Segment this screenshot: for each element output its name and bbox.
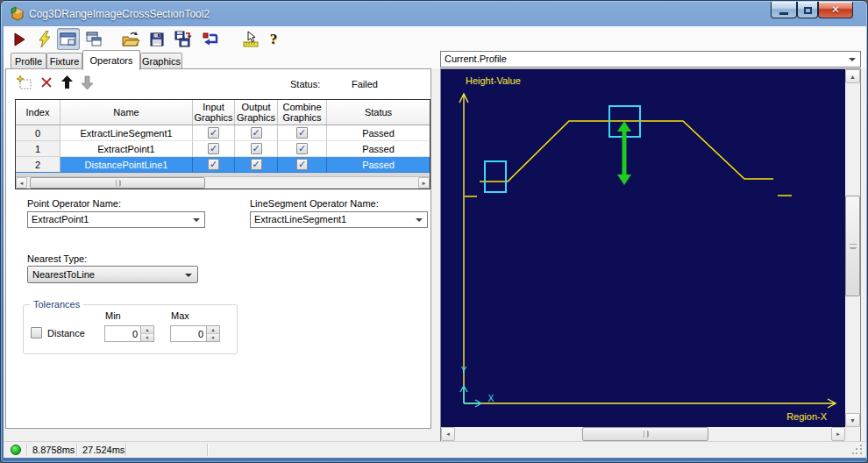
close-button[interactable]: ✕ [818,2,853,18]
table-row-selected[interactable]: 2 DistancePointLine1 Passed [16,157,430,173]
tab-profile[interactable]: Profile [11,53,46,69]
reset-icon [202,31,219,48]
input-graphics-checkbox[interactable] [208,143,219,154]
record-selector-combobox[interactable]: Current.Profile [440,51,861,68]
spin-down-icon[interactable]: ▼ [207,334,219,341]
title-bar[interactable]: Cog3DRangeImageCrossSectionTool2 ✕ [2,2,866,26]
maximize-icon [804,7,812,14]
scroll-thumb[interactable] [582,427,708,441]
nearest-type-combobox[interactable]: NearestToLine [27,266,198,283]
input-graphics-checkbox[interactable] [208,159,219,170]
scroll-down-arrow[interactable]: ▼ [845,413,860,427]
move-operator-up-button[interactable] [60,75,74,89]
tolerances-caption: Tolerances [30,299,83,310]
origin-y-label: Y [461,366,467,375]
open-button[interactable] [121,30,140,49]
separator [125,444,126,456]
max-label: Max [171,310,189,321]
thumb-grip [116,180,120,187]
table-horizontal-scrollbar[interactable]: ◂ ▸ [16,177,430,189]
profile-plot-svg: Height-Value Region-X Y X [441,69,845,427]
profile-display-frame: Height-Value Region-X Y X ▲ ▼ [440,68,861,442]
move-operator-down-button[interactable] [80,75,94,89]
output-graphics-checkbox[interactable] [251,159,262,170]
operator-table-header: Index Name Input Graphics Output Graphic… [16,100,430,125]
spin-up-icon[interactable]: ▲ [141,326,153,334]
tab-fixture[interactable]: Fixture [46,53,82,69]
minimize-button[interactable] [771,2,797,18]
delete-operator-button[interactable] [40,76,53,89]
point-operator-combobox[interactable]: ExtractPoint1 [27,211,205,228]
help-button[interactable]: ? ? [264,30,283,49]
output-graphics-checkbox[interactable] [251,127,262,139]
combine-graphics-checkbox[interactable] [296,143,308,154]
min-distance-input[interactable] [105,326,140,341]
open-folder-icon [121,31,140,48]
add-operator-button[interactable] [17,75,32,90]
resize-grip[interactable] [852,445,864,456]
distance-label: Distance [47,328,85,338]
input-graphics-checkbox[interactable] [208,127,219,139]
process-time: 8.8758ms [32,445,75,455]
scroll-left-arrow[interactable]: ◂ [441,427,455,441]
tab-graphics[interactable]: Graphics [140,53,182,69]
separator [76,444,77,456]
thumb-grip [850,244,857,248]
max-distance-input[interactable] [171,326,206,341]
reset-button[interactable] [201,30,220,49]
float-result-display-button[interactable] [84,30,103,49]
svg-text:?: ? [270,31,278,47]
result-display-icon [60,32,77,47]
linesegment-operator-combobox[interactable]: ExtractLineSegment1 [250,211,428,228]
spin-up-icon[interactable]: ▲ [207,326,219,334]
interactive-graphics-button[interactable] [241,30,260,49]
status-label: Status: [290,79,320,89]
distance-arrow-head-bottom [617,175,631,185]
separator [26,444,27,456]
chevron-down-icon [416,218,423,222]
combine-graphics-checkbox[interactable] [296,127,308,139]
column-header-input-graphics[interactable]: Input Graphics [193,100,235,125]
maximize-button[interactable] [797,2,818,18]
max-distance-spinner: ▲▼ [170,325,220,342]
min-label: Min [105,310,121,321]
help-icon: ? ? [267,31,281,48]
scrollbar-corner [845,427,860,441]
scroll-right-arrow[interactable]: ▸ [418,177,430,189]
y-axis-label: Height-Value [466,75,521,86]
save-image-icon [174,31,192,48]
column-header-name[interactable]: Name [60,100,193,125]
profile-plot[interactable]: Height-Value Region-X Y X [441,69,845,427]
distance-tolerance-checkbox[interactable] [31,327,42,338]
plot-vertical-scrollbar[interactable]: ▲ ▼ [845,69,860,427]
save-button[interactable] [147,30,167,49]
scroll-thumb[interactable] [30,177,205,189]
origin-x-label: X [488,394,494,403]
column-header-combine-graphics[interactable]: Combine Graphics [278,100,327,125]
table-row[interactable]: 1 ExtractPoint1 Passed [16,141,430,157]
save-floppy-icon [149,32,165,47]
combine-graphics-checkbox[interactable] [296,159,308,170]
trigger-button[interactable] [35,30,54,49]
column-header-status[interactable]: Status [327,100,430,125]
run-button[interactable] [10,30,29,49]
scroll-thumb[interactable] [845,196,860,296]
column-header-index[interactable]: Index [16,100,60,125]
save-image-button[interactable] [174,30,193,49]
tab-operators[interactable]: Operators [82,50,140,70]
show-result-display-button[interactable] [57,28,80,50]
column-header-output-graphics[interactable]: Output Graphics [235,100,278,125]
plot-horizontal-scrollbar[interactable]: ◂ ▸ [441,427,845,441]
run-status-indicator [11,445,21,455]
table-row[interactable]: 0 ExtractLineSegment1 Passed [16,125,430,141]
run-icon [11,32,27,47]
window-title: Cog3DRangeImageCrossSectionTool2 [29,8,210,20]
scroll-left-arrow[interactable]: ◂ [16,177,27,189]
scroll-up-arrow[interactable]: ▲ [845,69,860,83]
minimize-icon [779,12,788,15]
scroll-right-arrow[interactable]: ▸ [831,427,845,441]
spin-down-icon[interactable]: ▼ [141,334,153,341]
arrow-down-icon [81,75,94,89]
output-graphics-checkbox[interactable] [251,143,262,154]
distance-arrow-head-top [617,121,631,132]
